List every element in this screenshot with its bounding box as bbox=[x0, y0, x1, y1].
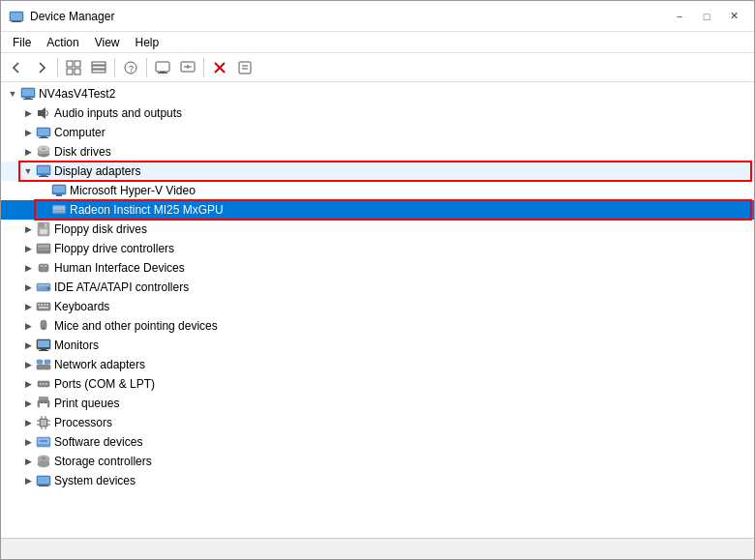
display-adapters-container: ▼ Display adapters bbox=[1, 162, 754, 181]
toolbar-list-button[interactable] bbox=[87, 56, 110, 79]
ports-expander[interactable]: ▶ bbox=[20, 376, 36, 392]
floppy-expander[interactable]: ▶ bbox=[20, 221, 36, 237]
svg-rect-5 bbox=[75, 61, 80, 67]
maximize-button[interactable]: □ bbox=[694, 7, 719, 26]
hid-label: Human Interface Devices bbox=[54, 261, 185, 275]
computer-expander[interactable]: ▶ bbox=[20, 125, 36, 140]
svg-rect-65 bbox=[39, 307, 48, 309]
svg-rect-64 bbox=[46, 304, 48, 306]
processors-label: Processors bbox=[54, 416, 112, 429]
title-bar-controls: − □ ✕ bbox=[667, 7, 746, 26]
tree-item-ide[interactable]: ▶ IDE ATA/ATAPI controllers bbox=[1, 278, 754, 297]
menu-help[interactable]: Help bbox=[128, 34, 167, 50]
toolbar-scan-button[interactable] bbox=[176, 56, 199, 79]
tree-root[interactable]: ▼ NV4asV4Test2 bbox=[1, 84, 754, 103]
tree-item-floppy[interactable]: ▶ Floppy disk drives bbox=[1, 220, 754, 239]
title-bar: Device Manager − □ ✕ bbox=[1, 1, 754, 32]
radeon-icon bbox=[51, 202, 67, 218]
storage-expander[interactable]: ▶ bbox=[20, 454, 36, 469]
software-icon bbox=[36, 434, 51, 450]
processors-expander[interactable]: ▶ bbox=[20, 415, 36, 430]
floppyctrl-expander[interactable]: ▶ bbox=[20, 241, 36, 256]
toolbar-grid-button[interactable] bbox=[62, 56, 85, 79]
svg-rect-40 bbox=[53, 186, 65, 192]
tree-item-hyperv[interactable]: ▶ Microsoft Hyper-V Video bbox=[1, 181, 754, 200]
svg-rect-25 bbox=[23, 99, 33, 100]
toolbar-back-button[interactable] bbox=[5, 56, 28, 79]
svg-rect-10 bbox=[92, 70, 106, 73]
audio-label: Audio inputs and outputs bbox=[54, 106, 182, 120]
tree-item-radeon[interactable]: ▶ Radeon Instinct MI25 MxGPU bbox=[1, 200, 754, 220]
toolbar-forward-button[interactable] bbox=[30, 56, 53, 79]
svg-rect-99 bbox=[40, 440, 47, 442]
mice-expander[interactable]: ▶ bbox=[20, 318, 36, 334]
tree-item-software[interactable]: ▶ Software devices bbox=[1, 432, 754, 452]
tree-item-storage[interactable]: ▶ Storage controllers bbox=[1, 452, 754, 471]
radeon-container: ▶ Radeon Instinct MI25 MxGPU bbox=[1, 200, 754, 220]
diskdrives-expander[interactable]: ▶ bbox=[20, 144, 36, 160]
tree-item-floppyctrl[interactable]: ▶ Floppy drive controllers bbox=[1, 239, 754, 258]
tree-item-processors[interactable]: ▶ Processors bbox=[1, 413, 754, 432]
tree-item-diskdrives[interactable]: ▶ Disk drives bbox=[1, 142, 754, 162]
tree-item-keyboards[interactable]: ▶ Keyboards bbox=[1, 297, 754, 316]
mouse-icon bbox=[36, 318, 51, 334]
keyboards-expander[interactable]: ▶ bbox=[20, 299, 36, 314]
tree-item-ports[interactable]: ▶ Ports (COM & LPT) bbox=[1, 374, 754, 394]
svg-rect-105 bbox=[38, 477, 49, 484]
system-label: System devices bbox=[54, 474, 136, 487]
tree-item-audio[interactable]: ▶ Audio inputs and outputs bbox=[1, 103, 754, 123]
toolbar-help-button[interactable]: ? bbox=[119, 56, 142, 79]
device-tree[interactable]: ▼ NV4asV4Test2 ▶ Audio in bbox=[1, 82, 754, 538]
svg-rect-73 bbox=[37, 365, 50, 369]
tree-item-monitors[interactable]: ▶ Monitors bbox=[1, 336, 754, 355]
svg-rect-86 bbox=[45, 402, 46, 403]
diskdrives-label: Disk drives bbox=[54, 145, 111, 159]
tree-item-system[interactable]: ▶ System devices bbox=[1, 471, 754, 490]
tree-item-network[interactable]: ▶ Network adapters bbox=[1, 355, 754, 374]
minimize-button[interactable]: − bbox=[667, 7, 692, 26]
displayadapters-expander[interactable]: ▼ bbox=[20, 163, 36, 179]
close-button[interactable]: ✕ bbox=[721, 7, 746, 26]
printq-expander[interactable]: ▶ bbox=[20, 396, 36, 411]
svg-rect-9 bbox=[92, 66, 106, 69]
floppy-label: Floppy disk drives bbox=[54, 222, 147, 236]
tree-item-hid[interactable]: ▶ Human Interface Devices bbox=[1, 258, 754, 278]
audio-icon bbox=[36, 105, 51, 121]
tree-item-displayadapters[interactable]: ▼ Display adapters bbox=[1, 162, 754, 181]
software-expander[interactable]: ▶ bbox=[20, 434, 36, 450]
toolbar-sep-3 bbox=[146, 58, 147, 77]
svg-rect-61 bbox=[38, 304, 40, 306]
svg-rect-4 bbox=[67, 61, 73, 67]
svg-rect-75 bbox=[45, 360, 50, 364]
svg-rect-30 bbox=[39, 137, 48, 138]
svg-point-81 bbox=[45, 383, 47, 385]
toolbar-monitor-button[interactable] bbox=[151, 56, 174, 79]
hyperv-icon bbox=[51, 183, 67, 198]
root-label: NV4asV4Test2 bbox=[39, 87, 115, 101]
svg-rect-28 bbox=[38, 129, 49, 135]
menu-action[interactable]: Action bbox=[39, 34, 86, 50]
ide-expander[interactable]: ▶ bbox=[20, 280, 36, 295]
tree-item-printq[interactable]: ▶ Print queues bbox=[1, 394, 754, 413]
ide-icon bbox=[36, 280, 51, 295]
monitors-icon bbox=[36, 338, 51, 353]
svg-rect-8 bbox=[92, 62, 106, 65]
hid-expander[interactable]: ▶ bbox=[20, 260, 36, 276]
ports-icon bbox=[36, 376, 51, 392]
svg-rect-7 bbox=[75, 69, 80, 74]
root-expander[interactable]: ▼ bbox=[5, 86, 20, 102]
menu-file[interactable]: File bbox=[5, 34, 39, 50]
audio-expander[interactable]: ▶ bbox=[20, 105, 36, 121]
svg-point-34 bbox=[42, 148, 45, 150]
radeon-label: Radeon Instinct MI25 MxGPU bbox=[70, 203, 224, 217]
menu-view[interactable]: View bbox=[87, 34, 128, 50]
tree-item-mice[interactable]: ▶ Mice and other pointing devices bbox=[1, 316, 754, 336]
toolbar-delete-button[interactable] bbox=[208, 56, 231, 79]
tree-item-computer[interactable]: ▶ Computer bbox=[1, 123, 754, 142]
network-expander[interactable]: ▶ bbox=[20, 357, 36, 372]
disk-icon bbox=[36, 144, 51, 160]
system-expander[interactable]: ▶ bbox=[20, 473, 36, 488]
svg-rect-15 bbox=[158, 73, 167, 74]
monitors-expander[interactable]: ▶ bbox=[20, 338, 36, 353]
toolbar-properties-button[interactable] bbox=[233, 56, 257, 79]
